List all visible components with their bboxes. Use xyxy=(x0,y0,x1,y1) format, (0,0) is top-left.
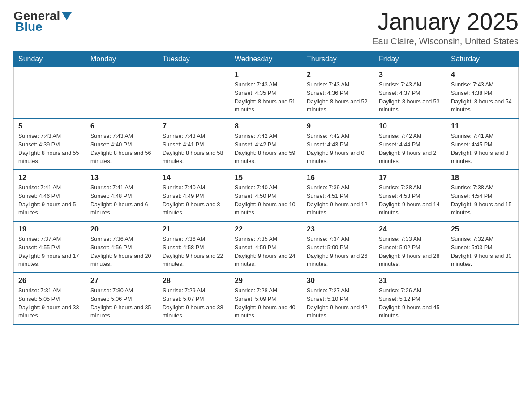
day-number: 14 xyxy=(163,174,225,182)
day-info: Sunrise: 7:36 AM Sunset: 4:58 PM Dayligh… xyxy=(163,235,225,269)
day-number: 22 xyxy=(235,225,297,233)
day-info: Sunrise: 7:28 AM Sunset: 5:09 PM Dayligh… xyxy=(235,287,297,320)
calendar-cell: 30Sunrise: 7:27 AM Sunset: 5:10 PM Dayli… xyxy=(302,273,374,324)
calendar-cell: 20Sunrise: 7:36 AM Sunset: 4:56 PM Dayli… xyxy=(86,221,158,273)
day-number: 2 xyxy=(307,71,369,79)
day-info: Sunrise: 7:39 AM Sunset: 4:51 PM Dayligh… xyxy=(307,184,369,217)
calendar-cell: 19Sunrise: 7:37 AM Sunset: 4:55 PM Dayli… xyxy=(14,221,86,273)
calendar-header-monday: Monday xyxy=(86,51,158,67)
calendar-cell: 15Sunrise: 7:40 AM Sunset: 4:50 PM Dayli… xyxy=(230,170,302,221)
calendar-cell: 26Sunrise: 7:31 AM Sunset: 5:05 PM Dayli… xyxy=(14,273,86,324)
day-info: Sunrise: 7:41 AM Sunset: 4:48 PM Dayligh… xyxy=(90,184,153,217)
day-info: Sunrise: 7:43 AM Sunset: 4:36 PM Dayligh… xyxy=(307,81,369,114)
calendar-cell: 8Sunrise: 7:42 AM Sunset: 4:42 PM Daylig… xyxy=(230,118,302,170)
day-number: 24 xyxy=(379,225,442,233)
day-info: Sunrise: 7:41 AM Sunset: 4:46 PM Dayligh… xyxy=(18,184,81,217)
logo-triangle-icon xyxy=(62,12,72,20)
svg-marker-0 xyxy=(62,12,72,20)
day-number: 4 xyxy=(451,71,514,79)
day-number: 8 xyxy=(235,122,297,130)
day-info: Sunrise: 7:40 AM Sunset: 4:49 PM Dayligh… xyxy=(163,184,225,217)
day-info: Sunrise: 7:34 AM Sunset: 5:00 PM Dayligh… xyxy=(307,235,369,269)
calendar-cell: 11Sunrise: 7:41 AM Sunset: 4:45 PM Dayli… xyxy=(446,118,519,170)
day-number: 26 xyxy=(18,277,81,285)
calendar-cell: 29Sunrise: 7:28 AM Sunset: 5:09 PM Dayli… xyxy=(230,273,302,324)
day-info: Sunrise: 7:43 AM Sunset: 4:40 PM Dayligh… xyxy=(90,132,153,166)
calendar-cell: 7Sunrise: 7:43 AM Sunset: 4:41 PM Daylig… xyxy=(158,118,230,170)
day-number: 7 xyxy=(163,122,225,130)
calendar-cell: 1Sunrise: 7:43 AM Sunset: 4:35 PM Daylig… xyxy=(230,67,302,119)
calendar-header-wednesday: Wednesday xyxy=(230,51,302,67)
calendar-cell xyxy=(14,67,86,119)
calendar-cell xyxy=(86,67,158,119)
calendar-cell: 22Sunrise: 7:35 AM Sunset: 4:59 PM Dayli… xyxy=(230,221,302,273)
logo-blue-text: Blue xyxy=(15,20,43,34)
calendar-cell: 27Sunrise: 7:30 AM Sunset: 5:06 PM Dayli… xyxy=(86,273,158,324)
day-number: 30 xyxy=(307,277,369,285)
day-number: 17 xyxy=(379,174,442,182)
day-info: Sunrise: 7:43 AM Sunset: 4:35 PM Dayligh… xyxy=(235,81,297,114)
calendar-cell: 21Sunrise: 7:36 AM Sunset: 4:58 PM Dayli… xyxy=(158,221,230,273)
day-number: 1 xyxy=(235,71,297,79)
day-number: 31 xyxy=(379,277,442,285)
logo: General Blue xyxy=(13,9,72,34)
day-number: 6 xyxy=(90,122,153,130)
day-number: 16 xyxy=(307,174,369,182)
day-number: 27 xyxy=(90,277,153,285)
calendar-cell: 3Sunrise: 7:43 AM Sunset: 4:37 PM Daylig… xyxy=(374,67,446,119)
day-number: 29 xyxy=(235,277,297,285)
day-info: Sunrise: 7:36 AM Sunset: 4:56 PM Dayligh… xyxy=(90,235,153,269)
day-info: Sunrise: 7:31 AM Sunset: 5:05 PM Dayligh… xyxy=(18,287,81,320)
day-info: Sunrise: 7:43 AM Sunset: 4:38 PM Dayligh… xyxy=(451,81,514,114)
day-number: 3 xyxy=(379,71,442,79)
month-title: January 2025 xyxy=(372,9,519,34)
calendar-cell: 18Sunrise: 7:38 AM Sunset: 4:54 PM Dayli… xyxy=(446,170,519,221)
calendar-header-saturday: Saturday xyxy=(446,51,519,67)
calendar-cell xyxy=(158,67,230,119)
location-text: Eau Claire, Wisconsin, United States xyxy=(372,36,519,47)
calendar-week-row: 12Sunrise: 7:41 AM Sunset: 4:46 PM Dayli… xyxy=(14,170,519,221)
day-info: Sunrise: 7:43 AM Sunset: 4:37 PM Dayligh… xyxy=(379,81,442,114)
day-info: Sunrise: 7:32 AM Sunset: 5:03 PM Dayligh… xyxy=(451,235,514,269)
calendar-cell: 24Sunrise: 7:33 AM Sunset: 5:02 PM Dayli… xyxy=(374,221,446,273)
day-info: Sunrise: 7:33 AM Sunset: 5:02 PM Dayligh… xyxy=(379,235,442,269)
calendar-cell: 14Sunrise: 7:40 AM Sunset: 4:49 PM Dayli… xyxy=(158,170,230,221)
calendar-cell: 6Sunrise: 7:43 AM Sunset: 4:40 PM Daylig… xyxy=(86,118,158,170)
day-info: Sunrise: 7:41 AM Sunset: 4:45 PM Dayligh… xyxy=(451,132,514,166)
day-info: Sunrise: 7:35 AM Sunset: 4:59 PM Dayligh… xyxy=(235,235,297,269)
calendar-cell: 28Sunrise: 7:29 AM Sunset: 5:07 PM Dayli… xyxy=(158,273,230,324)
calendar-cell: 5Sunrise: 7:43 AM Sunset: 4:39 PM Daylig… xyxy=(14,118,86,170)
day-number: 5 xyxy=(18,122,81,130)
day-number: 13 xyxy=(90,174,153,182)
calendar-header-thursday: Thursday xyxy=(302,51,374,67)
calendar-header-friday: Friday xyxy=(374,51,446,67)
day-number: 9 xyxy=(307,122,369,130)
day-number: 18 xyxy=(451,174,514,182)
title-section: January 2025 Eau Claire, Wisconsin, Unit… xyxy=(372,9,519,47)
calendar-week-row: 5Sunrise: 7:43 AM Sunset: 4:39 PM Daylig… xyxy=(14,118,519,170)
day-info: Sunrise: 7:30 AM Sunset: 5:06 PM Dayligh… xyxy=(90,287,153,320)
day-info: Sunrise: 7:38 AM Sunset: 4:53 PM Dayligh… xyxy=(379,184,442,217)
day-info: Sunrise: 7:43 AM Sunset: 4:41 PM Dayligh… xyxy=(163,132,225,166)
calendar-cell: 16Sunrise: 7:39 AM Sunset: 4:51 PM Dayli… xyxy=(302,170,374,221)
page-header: General Blue January 2025 Eau Claire, Wi… xyxy=(13,9,519,47)
calendar-header-tuesday: Tuesday xyxy=(158,51,230,67)
calendar-week-row: 26Sunrise: 7:31 AM Sunset: 5:05 PM Dayli… xyxy=(14,273,519,324)
day-number: 10 xyxy=(379,122,442,130)
day-info: Sunrise: 7:42 AM Sunset: 4:43 PM Dayligh… xyxy=(307,132,369,166)
calendar-cell: 4Sunrise: 7:43 AM Sunset: 4:38 PM Daylig… xyxy=(446,67,519,119)
day-info: Sunrise: 7:37 AM Sunset: 4:55 PM Dayligh… xyxy=(18,235,81,269)
day-info: Sunrise: 7:29 AM Sunset: 5:07 PM Dayligh… xyxy=(163,287,225,320)
day-info: Sunrise: 7:42 AM Sunset: 4:44 PM Dayligh… xyxy=(379,132,442,166)
day-info: Sunrise: 7:38 AM Sunset: 4:54 PM Dayligh… xyxy=(451,184,514,217)
day-number: 23 xyxy=(307,225,369,233)
calendar-cell: 25Sunrise: 7:32 AM Sunset: 5:03 PM Dayli… xyxy=(446,221,519,273)
calendar-week-row: 19Sunrise: 7:37 AM Sunset: 4:55 PM Dayli… xyxy=(14,221,519,273)
day-number: 12 xyxy=(18,174,81,182)
calendar-cell xyxy=(446,273,519,324)
day-number: 20 xyxy=(90,225,153,233)
calendar-header-sunday: Sunday xyxy=(14,51,86,67)
calendar-cell: 2Sunrise: 7:43 AM Sunset: 4:36 PM Daylig… xyxy=(302,67,374,119)
calendar-cell: 31Sunrise: 7:26 AM Sunset: 5:12 PM Dayli… xyxy=(374,273,446,324)
day-number: 28 xyxy=(163,277,225,285)
